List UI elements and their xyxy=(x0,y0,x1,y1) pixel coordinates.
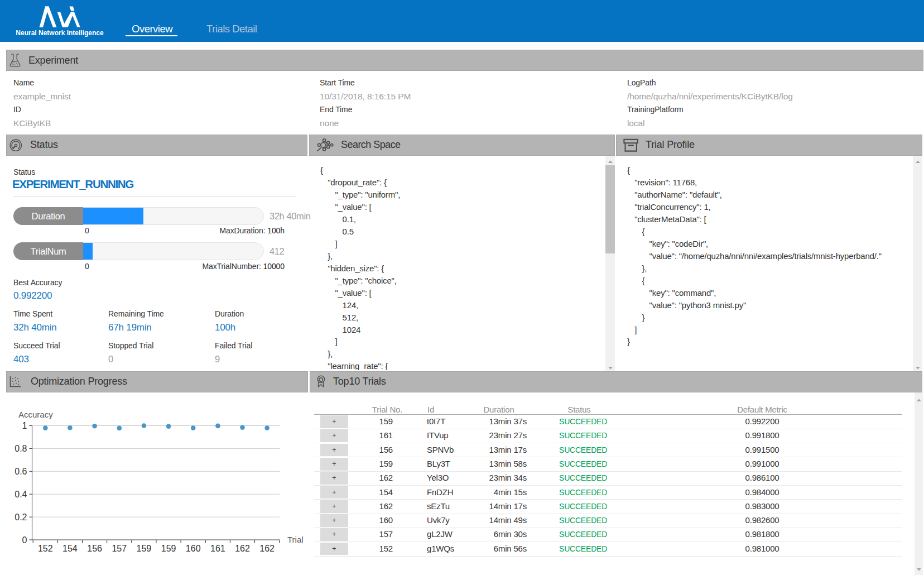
svg-text:157: 157 xyxy=(112,544,127,553)
svg-text:0.8: 0.8 xyxy=(15,444,27,453)
svg-text:152: 152 xyxy=(38,544,53,553)
svg-text:162: 162 xyxy=(259,544,275,553)
svg-text:1: 1 xyxy=(22,421,27,430)
svg-text:156: 156 xyxy=(87,544,102,553)
svg-text:0.4: 0.4 xyxy=(15,490,27,499)
svg-text:159: 159 xyxy=(161,544,176,553)
svg-text:Trial: Trial xyxy=(287,535,304,544)
svg-text:0.2: 0.2 xyxy=(15,512,27,522)
svg-text:0.6: 0.6 xyxy=(15,467,27,476)
svg-text:161: 161 xyxy=(210,544,225,553)
svg-text:159: 159 xyxy=(137,544,152,553)
svg-text:0: 0 xyxy=(22,535,27,545)
svg-text:154: 154 xyxy=(62,544,78,553)
svg-text:162: 162 xyxy=(235,544,250,553)
svg-text:Accuracy: Accuracy xyxy=(18,410,53,419)
svg-text:160: 160 xyxy=(186,544,201,553)
